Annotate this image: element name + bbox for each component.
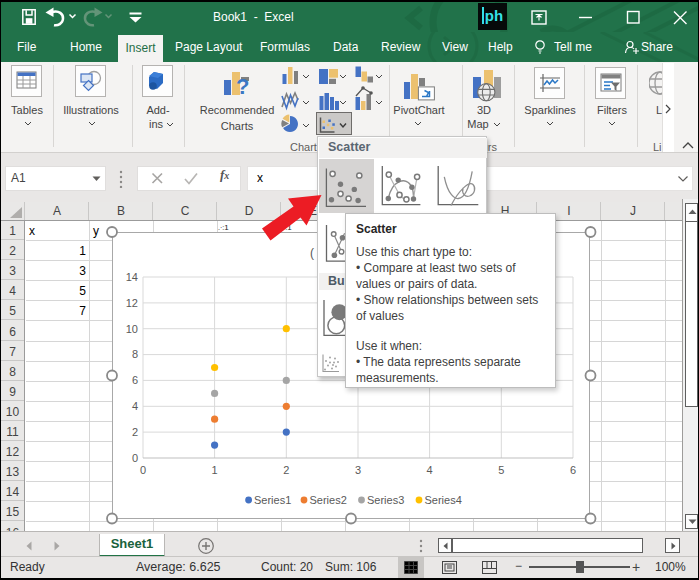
svg-text:?: ? (236, 74, 249, 99)
